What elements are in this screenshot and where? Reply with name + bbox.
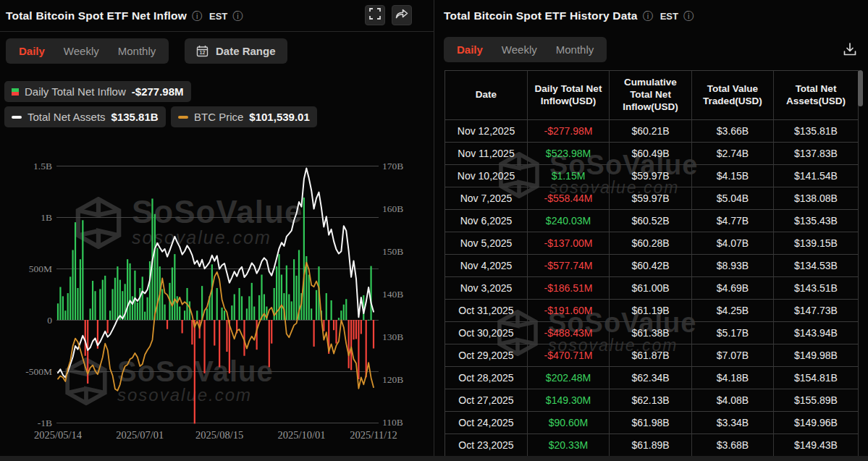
- cumulative-inflow-cell: $61.00B: [610, 277, 692, 300]
- net-assets-cell: $149.43B: [774, 434, 859, 457]
- daily-inflow-cell: $240.03M: [528, 210, 610, 232]
- y-axis-right-label: 120B: [382, 374, 403, 385]
- daily-inflow-cell: -$137.00M: [528, 232, 610, 255]
- value-traded-cell: $2.74B: [692, 143, 774, 165]
- cumulative-inflow-cell: $60.28B: [610, 232, 692, 255]
- tab-monthly[interactable]: Monthly: [556, 43, 594, 56]
- net-assets-cell: $147.73B: [774, 300, 859, 322]
- table-row[interactable]: Nov 7,2025-$558.44M$59.97B$5.04B$138.08B: [445, 187, 859, 210]
- cumulative-inflow-cell: $60.52B: [610, 210, 692, 232]
- y-axis-right-label: 170B: [382, 161, 403, 172]
- table-row[interactable]: Oct 23,2025$20.33M$61.89B$3.68B$149.43B: [445, 434, 859, 457]
- value-traded-cell: $3.68B: [692, 434, 774, 457]
- daily-inflow-cell: $202.48M: [528, 367, 610, 389]
- info-icon[interactable]: ⓘ: [643, 11, 653, 21]
- y-axis-left-label: 500M: [29, 263, 52, 274]
- value-traded-cell: $4.77B: [692, 210, 774, 232]
- date-cell: Oct 30,2025: [445, 322, 528, 344]
- cumulative-inflow-cell: $61.19B: [610, 300, 692, 322]
- cumulative-inflow-cell: $61.98B: [610, 412, 692, 434]
- download-button[interactable]: [840, 41, 859, 60]
- right-panel-header: Total Bitcoin Spot ETF History Data ⓘ ES…: [444, 9, 694, 22]
- daily-inflow-cell: -$558.44M: [528, 187, 610, 210]
- date-cell: Oct 31,2025: [445, 300, 528, 322]
- daily-inflow-cell: $523.98M: [528, 143, 610, 165]
- cumulative-inflow-cell: $61.89B: [610, 434, 692, 457]
- table-row[interactable]: Nov 4,2025-$577.74M$60.42B$8.93B$134.53B: [445, 255, 859, 277]
- x-axis-label: 2025/08/15: [195, 429, 243, 441]
- daily-inflow-cell: $20.33M: [528, 434, 610, 457]
- daily-inflow-cell: -$470.71M: [528, 344, 610, 367]
- y-axis-right-label: 150B: [382, 246, 403, 257]
- tab-daily[interactable]: Daily: [457, 43, 483, 56]
- net-assets-cell: $149.98B: [774, 344, 859, 367]
- daily-inflow-cell: -$186.51M: [528, 277, 610, 300]
- net-assets-cell: $154.81B: [774, 367, 859, 389]
- daily-inflow-cell: -$277.98M: [528, 120, 610, 143]
- value-traded-cell: $4.25B: [692, 300, 774, 322]
- table-row[interactable]: Nov 10,2025$1.15M$59.97B$4.15B$141.54B: [445, 165, 859, 187]
- column-header: Daily Total Net Inflow(USD): [528, 71, 610, 120]
- table-row[interactable]: Oct 27,2025$149.30M$62.13B$4.08B$155.89B: [445, 389, 859, 412]
- y-axis-left-label: -500M: [25, 366, 52, 377]
- x-axis-label: 2025/05/14: [34, 429, 83, 441]
- info-icon[interactable]: ⓘ: [683, 11, 694, 21]
- date-cell: Oct 27,2025: [445, 389, 528, 412]
- table-row[interactable]: Oct 29,2025-$470.71M$61.87B$7.07B$149.98…: [445, 344, 859, 367]
- date-cell: Nov 4,2025: [445, 255, 528, 277]
- table-row[interactable]: Oct 30,2025-$488.43M$61.38B$5.17B$143.94…: [445, 322, 859, 344]
- y-axis-left-label: 1B: [41, 212, 52, 223]
- table-row[interactable]: Nov 11,2025$523.98M$60.49B$2.74B$137.83B: [445, 143, 859, 165]
- net-assets-cell: $137.83B: [774, 143, 859, 165]
- table-row[interactable]: Nov 6,2025$240.03M$60.52B$4.77B$135.43B: [445, 210, 859, 232]
- cumulative-inflow-cell: $59.97B: [610, 187, 692, 210]
- y-axis-left-label: 0: [47, 315, 52, 326]
- timezone-label: EST: [660, 11, 678, 22]
- date-cell: Nov 5,2025: [445, 232, 528, 255]
- table-row[interactable]: Oct 24,2025$90.60M$61.98B$3.34B$149.96B: [445, 412, 859, 434]
- value-traded-cell: $4.69B: [692, 277, 774, 300]
- value-traded-cell: $4.18B: [692, 367, 774, 389]
- daily-inflow-cell: -$488.43M: [528, 322, 610, 344]
- net-inflow-chart[interactable]: 1.5B1B500M0-500M-1B170B160B150B140B130B1…: [0, 0, 434, 461]
- table-title: Total Bitcoin Spot ETF History Data: [444, 9, 638, 22]
- table-row[interactable]: Nov 5,2025-$137.00M$60.28B$4.07B$139.15B: [445, 232, 859, 255]
- table-row[interactable]: Oct 31,2025-$191.60M$61.19B$4.25B$147.73…: [445, 300, 859, 322]
- y-axis-right-label: 130B: [382, 331, 403, 342]
- cumulative-inflow-cell: $60.49B: [610, 143, 692, 165]
- net-assets-cell: $135.81B: [774, 120, 859, 143]
- daily-inflow-cell: -$191.60M: [528, 300, 610, 322]
- date-cell: Nov 10,2025: [445, 165, 528, 187]
- cumulative-inflow-cell: $62.13B: [610, 389, 692, 412]
- net-assets-cell: $134.53B: [774, 255, 859, 277]
- y-axis-right-label: 110B: [382, 417, 403, 428]
- date-cell: Nov 3,2025: [445, 277, 528, 300]
- net-assets-cell: $143.94B: [774, 322, 859, 344]
- x-axis-label: 2025/10/01: [277, 429, 325, 441]
- table-body: Nov 12,2025-$277.98M$60.21B$3.66B$135.81…: [445, 120, 859, 457]
- value-traded-cell: $5.04B: [692, 187, 774, 210]
- cumulative-inflow-cell: $62.34B: [610, 367, 692, 389]
- table-row[interactable]: Oct 28,2025$202.48M$62.34B$4.18B$154.81B: [445, 367, 859, 389]
- table-vertical-scrollbar[interactable]: [858, 70, 863, 106]
- table-row[interactable]: Nov 3,2025-$186.51M$61.00B$4.69B$143.51B: [445, 277, 859, 300]
- value-traded-cell: $3.34B: [692, 412, 774, 434]
- daily-inflow-cell: $149.30M: [528, 389, 610, 412]
- y-axis-left-label: -1B: [38, 418, 52, 428]
- net-assets-cell: $141.54B: [774, 165, 859, 187]
- horizontal-scrollbar[interactable]: [0, 456, 868, 461]
- daily-inflow-cell: $1.15M: [528, 165, 610, 187]
- table-period-tabs: DailyWeeklyMonthly: [444, 37, 607, 62]
- net-assets-cell: $135.43B: [774, 210, 859, 232]
- date-cell: Oct 23,2025: [445, 434, 528, 457]
- table-row[interactable]: Nov 12,2025-$277.98M$60.21B$3.66B$135.81…: [445, 120, 859, 143]
- tab-weekly[interactable]: Weekly: [502, 43, 537, 56]
- value-traded-cell: $4.15B: [692, 165, 774, 187]
- date-cell: Nov 7,2025: [445, 187, 528, 210]
- history-table: DateDaily Total Net Inflow(USD)Cumulativ…: [444, 70, 859, 457]
- date-cell: Nov 11,2025: [445, 143, 528, 165]
- value-traded-cell: $4.08B: [692, 389, 774, 412]
- value-traded-cell: $7.07B: [692, 344, 774, 367]
- column-header: Date: [445, 71, 528, 120]
- column-header: Cumulative Total Net Inflow(USD): [610, 71, 692, 120]
